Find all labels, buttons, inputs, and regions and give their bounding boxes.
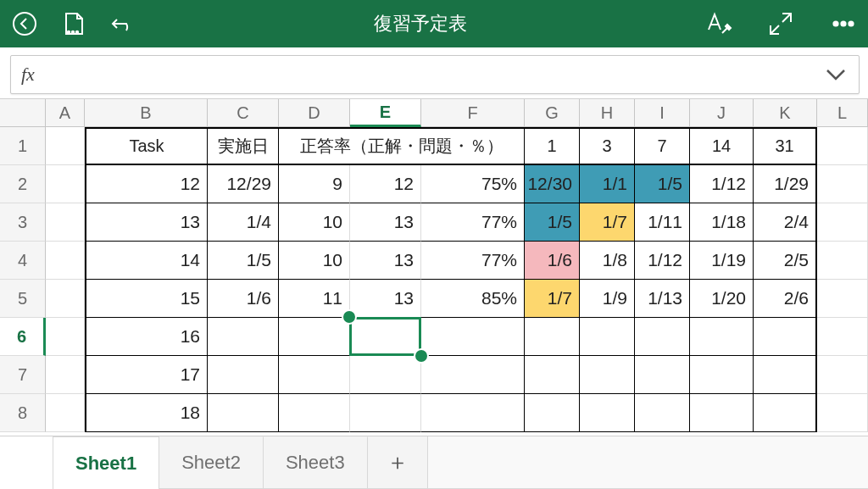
cell[interactable]: 13 [85,203,208,242]
cell[interactable]: 7 [635,127,690,165]
cell[interactable]: 2/4 [754,203,817,242]
col-header-H[interactable]: H [580,99,635,126]
cell[interactable]: 1/20 [690,280,754,318]
cell[interactable] [208,318,279,356]
cell[interactable]: 1/6 [525,242,580,280]
cell[interactable]: 17 [85,356,208,394]
cell[interactable] [817,280,868,318]
cell[interactable] [580,356,635,394]
col-header-B[interactable]: B [85,99,208,126]
row-header[interactable]: 3 [0,203,46,242]
cell[interactable]: 13 [350,203,421,242]
cell[interactable]: 12 [350,165,421,203]
cell[interactable]: 77% [421,242,525,280]
back-button[interactable] [12,11,37,36]
cell[interactable]: 1/7 [580,203,635,242]
cell[interactable]: 1/8 [580,242,635,280]
tab-sheet1[interactable]: Sheet1 [53,436,159,489]
cell[interactable]: 9 [279,165,350,203]
cell[interactable]: Task [85,127,208,165]
cell[interactable] [46,318,85,356]
cell[interactable] [350,318,421,356]
cell[interactable] [208,356,279,394]
col-header-K[interactable]: K [754,99,817,126]
cell[interactable] [421,394,525,432]
row-header[interactable]: 7 [0,356,46,394]
cell[interactable]: 1/6 [208,280,279,318]
cell[interactable] [817,203,868,242]
cell[interactable]: 2/5 [754,242,817,280]
cell[interactable]: 85% [421,280,525,318]
row-header[interactable]: 2 [0,165,46,203]
cell[interactable] [580,394,635,432]
cell[interactable] [635,394,690,432]
cell[interactable]: 1/7 [525,280,580,318]
cell[interactable] [635,318,690,356]
cell[interactable] [690,356,754,394]
cell[interactable] [421,356,525,394]
cell[interactable]: 1/11 [635,203,690,242]
row-header[interactable]: 8 [0,394,46,432]
cell[interactable] [690,394,754,432]
cell[interactable]: 1/5 [525,203,580,242]
cell[interactable] [279,356,350,394]
col-header-E[interactable]: E [350,99,421,127]
cell[interactable] [817,165,868,203]
cell[interactable]: 31 [754,127,817,165]
cell[interactable] [46,356,85,394]
cell[interactable]: 15 [85,280,208,318]
select-all-corner[interactable] [0,99,46,128]
cell[interactable] [421,318,525,356]
cell[interactable] [46,242,85,280]
formula-expand-icon[interactable] [823,62,849,87]
cell[interactable]: 1/5 [635,165,690,203]
font-format-icon[interactable] [705,11,731,36]
cell[interactable]: 1/9 [580,280,635,318]
cell[interactable] [525,318,580,356]
cell[interactable] [525,356,580,394]
cell[interactable]: 1/12 [635,242,690,280]
cell[interactable]: 1/5 [208,242,279,280]
cell[interactable]: 14 [690,127,754,165]
cell[interactable]: 1/1 [580,165,635,203]
cell[interactable] [754,356,817,394]
cell[interactable]: 1 [525,127,580,165]
cell[interactable]: 13 [350,280,421,318]
col-header-I[interactable]: I [635,99,690,126]
cell[interactable]: 1/12 [690,165,754,203]
cell[interactable]: 正答率（正解・問題・％） [279,127,525,165]
cell[interactable] [817,356,868,394]
cell[interactable]: 13 [350,242,421,280]
cell[interactable]: 18 [85,394,208,432]
col-header-D[interactable]: D [279,99,350,126]
more-icon[interactable] [831,11,856,36]
col-header-F[interactable]: F [421,99,525,126]
cell[interactable] [46,127,85,165]
cell[interactable]: 77% [421,203,525,242]
row-header[interactable]: 6 [0,318,46,356]
cell[interactable] [525,394,580,432]
cell[interactable]: 10 [279,203,350,242]
cell[interactable] [580,318,635,356]
cell[interactable] [754,318,817,356]
cell[interactable]: 3 [580,127,635,165]
spreadsheet-grid[interactable]: A B C D E F G H I J K L 1Task実施日正答率（正解・問… [0,98,868,436]
file-icon[interactable] [61,11,86,36]
col-header-J[interactable]: J [690,99,754,126]
cell[interactable] [350,394,421,432]
col-header-A[interactable]: A [46,99,85,126]
formula-input[interactable] [43,66,823,84]
cell[interactable]: 11 [279,280,350,318]
cell[interactable] [279,394,350,432]
tab-sheet3[interactable]: Sheet3 [264,436,368,489]
cell[interactable]: 12/29 [208,165,279,203]
cell[interactable]: 12 [85,165,208,203]
cell[interactable] [635,356,690,394]
cell[interactable]: 12/30 [525,165,580,203]
row-header[interactable]: 1 [0,127,46,165]
cell[interactable] [279,318,350,356]
expand-icon[interactable] [768,11,793,36]
cell[interactable]: 14 [85,242,208,280]
row-header[interactable]: 5 [0,280,46,318]
undo-button[interactable] [110,11,136,36]
